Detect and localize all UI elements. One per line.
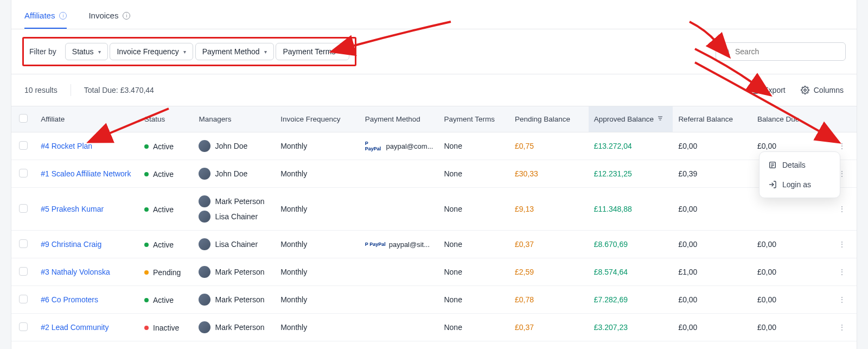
- status-badge: Active: [144, 296, 174, 304]
- row-checkbox[interactable]: [19, 295, 28, 303]
- row-checkbox[interactable]: [19, 204, 28, 213]
- login-icon: [768, 180, 777, 189]
- approved-balance: £7.282,69: [594, 295, 628, 304]
- sort-desc-icon: [657, 115, 663, 123]
- affiliates-table: AffiliateStatusManagersInvoice Frequency…: [11, 106, 857, 349]
- table-row: #1 Scaleo Affiliate NetworkActiveJohn Do…: [11, 160, 857, 188]
- status-badge: Active: [144, 205, 174, 214]
- manager-chip: John Doe: [199, 168, 270, 180]
- approved-balance: £8.670,69: [594, 240, 628, 249]
- affiliate-link[interactable]: #4 Rocket Plan: [41, 142, 92, 150]
- approved-balance: £12.231,25: [594, 169, 632, 178]
- affiliate-link[interactable]: #1 Scaleo Affiliate Network: [41, 169, 131, 178]
- status-badge: Pending: [144, 268, 181, 277]
- details-icon: [768, 161, 777, 169]
- status-dot-icon: [144, 243, 149, 247]
- manager-chip: John Doe: [199, 140, 270, 152]
- manager-chip: Mark Peterson: [199, 294, 270, 306]
- col-pending-balance[interactable]: Pending Balance: [509, 106, 589, 132]
- col-referral-balance[interactable]: Referral Balance: [673, 106, 752, 132]
- chevron-down-icon: ▾: [183, 49, 186, 55]
- download-icon: [750, 86, 759, 94]
- col-balance-due[interactable]: Balance Due: [752, 106, 828, 132]
- row-actions-button[interactable]: ⋮: [834, 323, 850, 332]
- export-button[interactable]: Export: [750, 86, 785, 94]
- search-box[interactable]: [716, 42, 846, 61]
- paypal-icon: P PayPal: [365, 242, 386, 247]
- approved-balance: £11.348,88: [594, 205, 632, 213]
- payment-method: P PayPalpaypal@sit...: [365, 240, 433, 249]
- search-input[interactable]: [735, 47, 839, 56]
- info-icon: i: [59, 12, 67, 20]
- manager-chip: Mark Peterson: [199, 266, 270, 278]
- avatar: [199, 266, 210, 278]
- affiliate-link[interactable]: #3 Nathaly Volonska: [41, 268, 110, 276]
- pending-balance: £0,37: [515, 240, 534, 249]
- table-row: #4 Rocket PlanActiveJohn DoeMonthlyP Pay…: [11, 132, 857, 160]
- filter-status[interactable]: Status▾: [65, 43, 108, 60]
- table-row: #3 Nathaly VolonskaPendingMark PetersonM…: [11, 258, 857, 286]
- affiliate-link[interactable]: #9 Christina Craig: [41, 240, 101, 249]
- row-checkbox[interactable]: [19, 141, 28, 150]
- col-approved-balance[interactable]: Approved Balance: [589, 106, 673, 132]
- row-actions-button[interactable]: ⋮: [834, 268, 850, 276]
- tab-affiliates[interactable]: Affiliatesi: [24, 0, 67, 29]
- row-actions-button[interactable]: ⋮: [834, 295, 850, 304]
- avatar: [199, 238, 210, 250]
- payment-method: P PayPalpaypal@com...: [365, 141, 433, 151]
- results-count: 10 results: [24, 86, 58, 94]
- table-row: #2 Lead CommunityInactiveMark PetersonMo…: [11, 314, 857, 341]
- filter-payment-method[interactable]: Payment Method▾: [195, 43, 274, 60]
- manager-chip: Mark Peterson: [199, 195, 270, 207]
- table-row: #5 Prakesh KumarActiveMark PetersonLisa …: [11, 188, 857, 231]
- row-actions-button[interactable]: ⋮: [834, 142, 850, 150]
- approved-balance: £13.272,04: [594, 142, 632, 150]
- pending-balance: £30,33: [515, 169, 538, 178]
- affiliate-link[interactable]: #6 Co Promoters: [41, 295, 98, 304]
- table-row: #6 Co PromotersActiveMark PetersonMonthl…: [11, 286, 857, 314]
- svg-point-3: [804, 89, 806, 91]
- pending-balance: £0,75: [515, 142, 534, 150]
- status-dot-icon: [144, 270, 149, 275]
- tab-invoices[interactable]: Invoicesi: [88, 0, 130, 29]
- row-checkbox[interactable]: [19, 239, 28, 248]
- col-payment-method[interactable]: Payment Method: [360, 106, 439, 132]
- row-checkbox[interactable]: [19, 169, 28, 177]
- col-invoice-frequency[interactable]: Invoice Frequency: [275, 106, 360, 132]
- total-due: Total Due: £3.470,44: [84, 86, 154, 94]
- row-checkbox[interactable]: [19, 267, 28, 276]
- avatar: [199, 168, 210, 180]
- status-badge: Inactive: [144, 323, 179, 332]
- filter-by-label: Filter by: [29, 47, 56, 56]
- filter-payment-terms[interactable]: Payment Terms▾: [276, 43, 349, 60]
- col-status[interactable]: Status: [139, 106, 193, 132]
- manager-chip: Lisa Chainer: [199, 238, 270, 250]
- affiliate-link[interactable]: #5 Prakesh Kumar: [41, 205, 104, 213]
- col-managers[interactable]: Managers: [193, 106, 275, 132]
- search-icon: [723, 48, 731, 56]
- svg-point-0: [724, 49, 729, 54]
- filter-invoice-frequency[interactable]: Invoice Frequency▾: [110, 43, 193, 60]
- gear-icon: [801, 86, 809, 94]
- status-badge: Active: [144, 142, 174, 151]
- affiliate-link[interactable]: #2 Lead Community: [41, 323, 108, 332]
- avatar: [199, 140, 210, 152]
- row-menu-details[interactable]: Details: [760, 155, 840, 175]
- columns-button[interactable]: Columns: [801, 86, 844, 94]
- chevron-down-icon: ▾: [98, 49, 101, 55]
- row-menu-login-as[interactable]: Login as: [760, 175, 840, 194]
- col-affiliate[interactable]: Affiliate: [35, 106, 139, 132]
- chevron-down-icon: ▾: [264, 49, 267, 55]
- row-checkbox[interactable]: [19, 322, 28, 331]
- status-badge: Active: [144, 240, 174, 249]
- pending-balance: £9,13: [515, 205, 534, 213]
- status-dot-icon: [144, 326, 149, 330]
- row-actions-button[interactable]: ⋮: [834, 205, 850, 213]
- select-all-checkbox[interactable]: [19, 114, 28, 123]
- info-icon: i: [123, 12, 130, 20]
- col-payment-terms[interactable]: Payment Terms: [438, 106, 509, 132]
- avatar: [199, 211, 210, 223]
- status-badge: Active: [144, 170, 174, 179]
- approved-balance: £8.574,64: [594, 268, 628, 276]
- row-actions-button[interactable]: ⋮: [834, 240, 850, 249]
